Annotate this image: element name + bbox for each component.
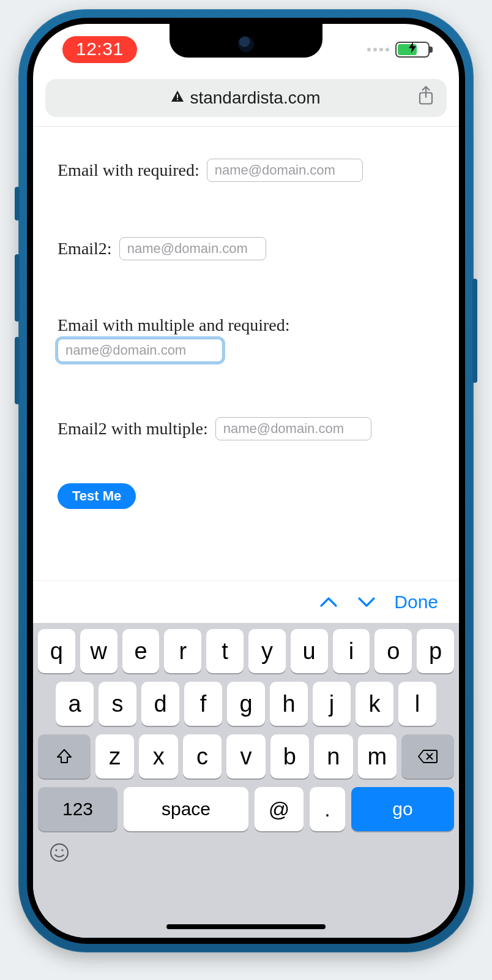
toolbar-divider bbox=[33, 126, 459, 127]
key-w[interactable]: w bbox=[80, 629, 117, 673]
key-c[interactable]: c bbox=[183, 734, 222, 778]
not-secure-icon bbox=[171, 91, 184, 105]
keyboard-row-4: 123 space @ . go bbox=[38, 787, 454, 831]
key-s[interactable]: s bbox=[99, 682, 136, 726]
svg-point-4 bbox=[55, 849, 57, 851]
next-field-button[interactable] bbox=[356, 592, 377, 612]
key-d[interactable]: d bbox=[141, 682, 179, 726]
home-indicator[interactable] bbox=[166, 924, 326, 929]
battery-icon bbox=[395, 42, 430, 58]
address-bar[interactable]: standardista.com bbox=[45, 79, 447, 117]
field-email-multiple-required: Email with multiple and required: bbox=[58, 315, 434, 362]
keyboard-accessory-bar: Done bbox=[33, 580, 459, 623]
volume-up-button[interactable] bbox=[15, 254, 20, 322]
phone-notch bbox=[170, 24, 322, 58]
power-button[interactable] bbox=[472, 279, 477, 383]
key-r[interactable]: r bbox=[164, 629, 201, 673]
charging-bolt-icon bbox=[409, 42, 416, 56]
svg-rect-0 bbox=[177, 94, 178, 98]
key-x[interactable]: x bbox=[139, 734, 177, 778]
volume-down-button[interactable] bbox=[15, 337, 20, 404]
status-right bbox=[367, 42, 430, 58]
keyboard-footer bbox=[38, 839, 454, 868]
keyboard-row-3: z x c v b n m bbox=[38, 734, 454, 778]
submit-button[interactable]: Test Me bbox=[58, 483, 136, 509]
mute-switch[interactable] bbox=[15, 187, 20, 221]
key-t[interactable]: t bbox=[206, 629, 244, 673]
key-q[interactable]: q bbox=[38, 629, 75, 673]
key-space[interactable]: space bbox=[124, 787, 248, 831]
label-email2-multiple: Email2 with multiple: bbox=[58, 419, 208, 439]
key-numbers[interactable]: 123 bbox=[38, 787, 117, 831]
key-n[interactable]: n bbox=[314, 734, 352, 778]
emoji-key[interactable] bbox=[49, 842, 70, 868]
phone-frame: 12:31 standardista. bbox=[18, 9, 474, 952]
key-p[interactable]: p bbox=[417, 629, 454, 673]
svg-point-3 bbox=[51, 844, 68, 861]
label-email-multiple-required: Email with multiple and required: bbox=[58, 315, 434, 335]
cellular-dots-icon bbox=[367, 48, 389, 51]
key-i[interactable]: i bbox=[333, 629, 370, 673]
key-b[interactable]: b bbox=[270, 734, 309, 778]
keyboard-row-1: q w e r t y u i o p bbox=[38, 629, 454, 673]
field-email2: Email2: bbox=[58, 237, 434, 260]
input-email2[interactable] bbox=[119, 237, 266, 260]
keyboard-done-button[interactable]: Done bbox=[394, 592, 438, 612]
input-email2-multiple[interactable] bbox=[215, 417, 371, 440]
key-shift[interactable] bbox=[38, 734, 91, 778]
label-email2: Email2: bbox=[58, 239, 112, 258]
key-l[interactable]: l bbox=[398, 682, 436, 726]
key-o[interactable]: o bbox=[375, 629, 412, 673]
key-a[interactable]: a bbox=[56, 682, 94, 726]
key-go[interactable]: go bbox=[351, 787, 454, 831]
label-email-required: Email with required: bbox=[58, 160, 199, 180]
software-keyboard: q w e r t y u i o p a s d f g h bbox=[33, 623, 459, 938]
key-y[interactable]: y bbox=[248, 629, 286, 673]
key-f[interactable]: f bbox=[184, 682, 222, 726]
key-k[interactable]: k bbox=[356, 682, 393, 726]
browser-toolbar: standardista.com bbox=[45, 79, 447, 117]
input-email-required[interactable] bbox=[207, 159, 363, 182]
phone-screen: 12:31 standardista. bbox=[33, 24, 459, 938]
keyboard-row-2: a s d f g h j k l bbox=[38, 682, 454, 726]
status-time-recording[interactable]: 12:31 bbox=[62, 36, 137, 63]
field-email2-multiple: Email2 with multiple: bbox=[58, 417, 434, 440]
svg-point-5 bbox=[61, 849, 63, 851]
key-h[interactable]: h bbox=[270, 682, 308, 726]
key-z[interactable]: z bbox=[95, 734, 134, 778]
key-j[interactable]: j bbox=[313, 682, 351, 726]
key-u[interactable]: u bbox=[291, 629, 328, 673]
phone-bezel: 12:31 standardista. bbox=[27, 18, 465, 944]
key-dot[interactable]: . bbox=[310, 787, 345, 831]
key-m[interactable]: m bbox=[358, 734, 397, 778]
address-bar-domain: standardista.com bbox=[190, 88, 320, 108]
share-icon[interactable] bbox=[417, 86, 434, 111]
svg-rect-1 bbox=[177, 99, 178, 100]
input-email-multiple-required[interactable] bbox=[58, 339, 223, 362]
key-v[interactable]: v bbox=[226, 734, 265, 778]
prev-field-button[interactable] bbox=[318, 592, 339, 612]
key-backspace[interactable] bbox=[401, 734, 454, 778]
key-g[interactable]: g bbox=[227, 682, 265, 726]
key-e[interactable]: e bbox=[122, 629, 160, 673]
key-at[interactable]: @ bbox=[255, 787, 304, 831]
field-email-required: Email with required: bbox=[58, 159, 434, 182]
